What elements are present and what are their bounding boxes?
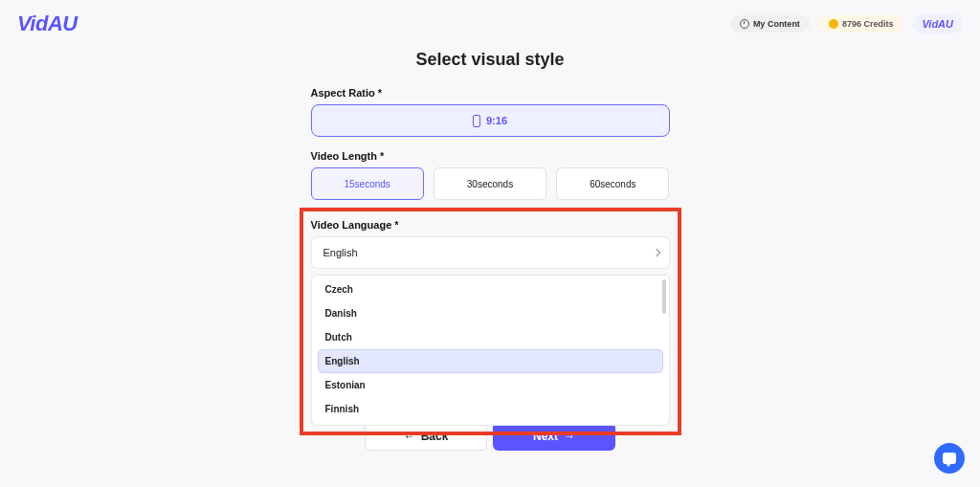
length-option-label: 30seconds	[467, 179, 513, 189]
language-option-estonian[interactable]: Estonian	[318, 373, 663, 397]
aspect-ratio-value: 9:16	[486, 115, 507, 126]
my-content-label: My Content	[753, 19, 800, 29]
language-option-finnish[interactable]: Finnish	[318, 397, 663, 421]
page-title: Select visual style	[0, 50, 980, 70]
language-option-french[interactable]: French	[318, 421, 663, 426]
brand-small-label: VidAU	[922, 18, 953, 30]
clock-icon	[740, 19, 749, 29]
language-option-danish[interactable]: Danish	[318, 301, 663, 325]
language-option-english[interactable]: English	[318, 349, 663, 373]
chat-icon	[943, 453, 956, 464]
scrollbar-thumb[interactable]	[662, 279, 666, 314]
portrait-device-icon	[473, 115, 480, 127]
avatar-brand[interactable]: VidAU	[912, 14, 963, 33]
language-option-czech[interactable]: Czech	[318, 277, 663, 301]
form-area: Aspect Ratio 9:16 Video Length 15seconds…	[311, 87, 670, 464]
length-option-60[interactable]: 60seconds	[556, 167, 669, 200]
video-length-label: Video Length	[311, 150, 670, 162]
length-option-label: 60seconds	[590, 179, 635, 189]
chat-fab[interactable]	[934, 443, 965, 474]
aspect-ratio-label: Aspect Ratio	[311, 87, 670, 99]
topbar-right: My Content 8796 Credits VidAU	[730, 14, 963, 33]
my-content-button[interactable]: My Content	[730, 15, 810, 33]
language-option-dutch[interactable]: Dutch	[318, 325, 663, 349]
chevron-right-icon	[652, 249, 659, 256]
video-language-dropdown: Czech Danish Dutch English Estonian Finn…	[311, 275, 670, 426]
video-language-selected: English	[323, 247, 358, 258]
coin-icon	[829, 19, 838, 29]
length-option-15[interactable]: 15seconds	[311, 167, 424, 200]
video-language-select[interactable]: English	[311, 236, 670, 269]
video-language-label: Video Language	[311, 219, 670, 231]
length-option-30[interactable]: 30seconds	[434, 167, 546, 200]
length-option-label: 15seconds	[344, 179, 390, 189]
credits-pill[interactable]: 8796 Credits	[819, 15, 903, 33]
brand-logo: VidAU	[17, 11, 78, 36]
credits-label: 8796 Credits	[842, 19, 894, 29]
topbar: VidAU My Content 8796 Credits VidAU	[0, 0, 980, 40]
video-language-highlight: Video Language English Czech Danish Dutc…	[300, 208, 681, 435]
aspect-ratio-option[interactable]: 9:16	[311, 104, 670, 137]
